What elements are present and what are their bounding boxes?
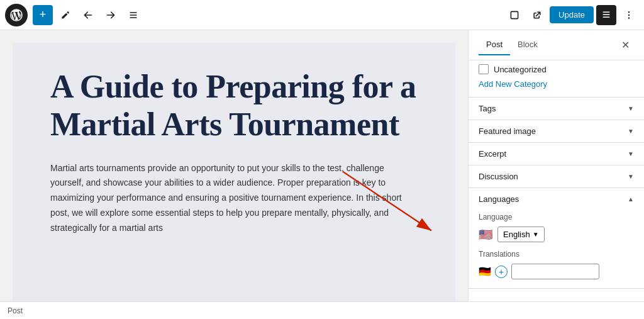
toolbar-right: Update <box>504 5 639 25</box>
preview-button[interactable] <box>504 5 525 25</box>
tags-header[interactable]: Tags ▼ <box>469 98 644 120</box>
editor-canvas: A Guide to Preparing for a Martial Arts … <box>0 30 468 301</box>
tab-block[interactable]: Block <box>510 35 545 55</box>
post-content-area: A Guide to Preparing for a Martial Arts … <box>13 43 455 301</box>
add-category-link[interactable]: Add New Category <box>479 79 547 89</box>
uncategorized-label: Uncategorized <box>494 65 547 74</box>
language-field-label: Language <box>479 213 634 221</box>
language-dropdown-chevron-icon: ▼ <box>533 231 539 238</box>
featured-image-chevron-icon: ▼ <box>628 128 634 135</box>
update-button[interactable]: Update <box>550 6 594 23</box>
languages-section: Languages ▲ Language 🇺🇸 English ▼ Transl… <box>469 188 644 289</box>
undo-button[interactable] <box>78 5 98 25</box>
discussion-label: Discussion <box>479 172 518 181</box>
wp-logo[interactable] <box>5 4 28 26</box>
excerpt-chevron-icon: ▼ <box>628 150 634 157</box>
tags-chevron-icon: ▼ <box>628 105 634 112</box>
svg-point-2 <box>628 14 630 15</box>
redo-button[interactable] <box>101 5 121 25</box>
featured-image-section: Featured image ▼ <box>469 120 644 143</box>
post-body[interactable]: Martial arts tournaments provide an oppo… <box>50 161 415 236</box>
translations-field-label: Translations <box>479 250 634 259</box>
language-dropdown[interactable]: English ▼ <box>497 227 545 242</box>
excerpt-section: Excerpt ▼ <box>469 143 644 165</box>
translation-input[interactable] <box>511 264 599 279</box>
discussion-header[interactable]: Discussion ▼ <box>469 165 644 187</box>
toolbar: + Update <box>0 0 644 30</box>
sidebar-close-button[interactable]: ✕ <box>616 36 634 54</box>
selected-language-label: English <box>503 230 530 239</box>
tags-label: Tags <box>479 104 496 113</box>
svg-point-3 <box>628 17 630 18</box>
settings-button[interactable] <box>596 5 616 25</box>
sidebar-tabs: Post Block <box>479 35 616 55</box>
de-flag-icon: 🇩🇪 <box>479 266 491 277</box>
category-row: Uncategorized <box>479 63 634 76</box>
excerpt-label: Excerpt <box>479 149 506 159</box>
sidebar-header: Post Block ✕ <box>469 30 644 60</box>
svg-point-1 <box>628 11 630 13</box>
languages-content: Language 🇺🇸 English ▼ Translations 🇩🇪 + <box>469 210 644 288</box>
languages-label: Languages <box>479 194 519 204</box>
post-title[interactable]: A Guide to Preparing for a Martial Arts … <box>50 68 418 143</box>
list-view-button[interactable] <box>123 5 143 25</box>
view-button[interactable] <box>527 5 547 25</box>
post-status-label: Post <box>8 306 23 315</box>
add-translation-button[interactable]: + <box>495 266 508 278</box>
tags-section: Tags ▼ <box>469 98 644 120</box>
add-block-button[interactable]: + <box>33 5 53 25</box>
featured-image-label: Featured image <box>479 126 536 136</box>
languages-chevron-icon: ▲ <box>628 196 634 203</box>
featured-image-header[interactable]: Featured image ▼ <box>469 120 644 142</box>
tab-post[interactable]: Post <box>479 35 510 55</box>
categories-section: Uncategorized Add New Category <box>469 60 644 98</box>
categories-content: Uncategorized Add New Category <box>469 60 644 97</box>
more-options-button[interactable] <box>619 5 639 25</box>
translation-row: 🇩🇪 + <box>479 264 634 279</box>
discussion-section: Discussion ▼ <box>469 165 644 188</box>
us-flag-icon: 🇺🇸 <box>479 228 492 242</box>
excerpt-header[interactable]: Excerpt ▼ <box>469 143 644 165</box>
language-select-row: 🇺🇸 English ▼ <box>479 227 634 242</box>
main-area: A Guide to Preparing for a Martial Arts … <box>0 30 644 301</box>
uncategorized-checkbox[interactable] <box>479 64 489 74</box>
bottom-bar: Post <box>0 301 644 319</box>
sidebar: Post Block ✕ Uncategorized Add New Categ… <box>468 30 644 301</box>
languages-header[interactable]: Languages ▲ <box>469 188 644 210</box>
pencil-button[interactable] <box>55 5 75 25</box>
discussion-chevron-icon: ▼ <box>628 173 634 180</box>
